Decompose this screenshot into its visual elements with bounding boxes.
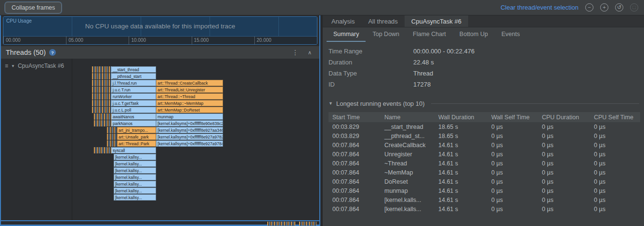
help-icon[interactable]: ? (49, 49, 56, 56)
flame-cell[interactable]: art::ThreadList::Unregister (156, 87, 223, 93)
flame-cell[interactable]: art::Thread::CreateCallback (156, 80, 223, 86)
flame-stripes[interactable] (107, 127, 117, 133)
subtab-top-down[interactable]: Top Down (366, 27, 406, 42)
table-cell: 0 µs (487, 150, 538, 159)
table-cell: 0 µs (590, 177, 640, 186)
flame-cell[interactable]: [kernel.kallsyms]+0xffffff8e927a9784 (156, 140, 223, 147)
flame-cell[interactable]: [kernel.kallsyms]+0xffffff8e927aa346 (156, 127, 223, 133)
flame-stripes[interactable] (92, 107, 111, 113)
flame-cell[interactable]: __start_thread (111, 66, 156, 73)
table-row[interactable]: 00:03.829__pthread_st...18.65 s0 µs0 µs0… (329, 131, 640, 140)
flame-cell[interactable]: art_jni_trampo... (117, 127, 156, 133)
tab-all-threads[interactable]: All threads (361, 15, 404, 27)
tab-cpuasynctask-6[interactable]: CpuAsyncTask #6 (405, 15, 468, 27)
flame-cell[interactable]: [kernel.kallsy... (114, 154, 156, 160)
drag-handle-icon[interactable]: ≡ (5, 63, 8, 69)
column-header-start-time[interactable]: Start Time (329, 112, 381, 122)
flame-cell[interactable]: [kernel.kallsyms]+0xffffff8e927a9782 (156, 134, 223, 140)
flame-cell[interactable]: j.u.c.T.getTask (111, 100, 156, 106)
flame-stripes[interactable] (92, 66, 111, 73)
flame-stripes[interactable] (107, 140, 117, 147)
column-header-name[interactable]: Name (381, 112, 434, 122)
table-cell: 18.65 s (434, 122, 487, 131)
flame-stripes[interactable] (94, 113, 111, 120)
subtab-summary[interactable]: Summary (327, 27, 366, 42)
collapse-section-icon[interactable]: ∧ (305, 50, 315, 56)
kebab-menu-icon[interactable]: ⋮ (289, 49, 302, 56)
cpu-usage-label: CPU Usage (6, 18, 32, 24)
flame-cell[interactable]: [kernel.kallsy... (114, 161, 156, 167)
thread-expand-icon[interactable]: ▼ (11, 64, 15, 68)
next-track-preview[interactable] (267, 222, 295, 226)
flame-cell[interactable]: j.u.c.T.run (111, 87, 156, 93)
table-cell: 14.61 s (434, 195, 487, 204)
zoom-in-icon[interactable]: + (600, 3, 608, 12)
table-row[interactable]: 00:07.864munmap14.61 s0 µs0 µs0 µs (329, 186, 640, 195)
collapse-frames-button[interactable]: Collapse frames (5, 2, 62, 13)
table-cell: 0 µs (538, 204, 590, 213)
flame-cell[interactable]: __pthread_start (111, 73, 156, 79)
flame-cell[interactable]: munmap (156, 113, 223, 120)
flame-cell[interactable]: parkNanos (111, 120, 156, 126)
table-row[interactable]: 00:07.864~MemMap14.61 s0 µs0 µs0 µs (329, 168, 640, 177)
cpu-usage-panel[interactable]: CPU Usage No CPU usage data available fo… (3, 16, 317, 45)
flame-row: art::Unsafe_park[kernel.kallsyms]+0xffff… (72, 134, 319, 140)
flame-cell[interactable]: art::MemMap::~MemMap (156, 100, 223, 106)
flame-cell[interactable]: [kernel.kallsy... (114, 194, 156, 201)
flame-cell[interactable]: art::MemMap::DoReset (156, 107, 223, 113)
flame-stripes[interactable] (107, 134, 117, 140)
flame-row: [kernel.kallsy... (72, 154, 319, 161)
flame-cell[interactable]: [kernel.kallsy... (114, 167, 156, 174)
flame-stripes[interactable] (94, 120, 111, 126)
flame-cell[interactable]: [kernel.kallsy... (114, 174, 156, 180)
table-row[interactable]: 00:07.864CreateCallback14.61 s0 µs0 µs0 … (329, 140, 640, 150)
column-header-cpu-duration[interactable]: CPU Duration (538, 112, 590, 122)
table-row[interactable]: 00:07.864[kernel.kalls...14.61 s0 µs0 µs… (329, 195, 640, 204)
tab-analysis[interactable]: Analysis (325, 15, 361, 27)
flame-stripes[interactable] (92, 80, 111, 86)
reset-zoom-icon[interactable]: ↺ (615, 3, 623, 12)
flame-stripes[interactable] (92, 100, 111, 106)
timeline-ruler[interactable]: 00.00005.00010.00015.00020.000 (3, 36, 317, 44)
flame-stripes[interactable] (92, 93, 111, 100)
cpu-usage-message: No CPU usage data available for this imp… (3, 17, 317, 36)
flame-stripes[interactable] (92, 87, 111, 93)
next-track-preview[interactable] (299, 222, 316, 226)
flame-cell[interactable]: art::Thread::Park (117, 140, 156, 147)
table-row[interactable]: 00:07.864[kernel.kalls...14.61 s0 µs0 µs… (329, 204, 640, 213)
flame-cell[interactable]: awaitNanos (111, 113, 156, 120)
column-header-wall-self-time[interactable]: Wall Self Time (487, 112, 538, 122)
events-section-header[interactable]: ▼ Longest running events (top 10) (323, 99, 644, 108)
column-header-cpu-self-time[interactable]: CPU Self Time (590, 112, 640, 122)
subtab-bottom-up[interactable]: Bottom Up (453, 27, 495, 42)
selected-thread-track[interactable]: ≡ ▼ CpuAsyncTask #6 __start_thread__pthr… (1, 59, 319, 221)
flame-cell[interactable]: [kernel.kallsy... (114, 181, 156, 187)
zoom-out-icon[interactable]: − (585, 3, 593, 12)
table-cell: 00:03.829 (329, 122, 381, 131)
flame-cell[interactable]: art::Unsafe_park (117, 134, 156, 140)
table-row[interactable]: 00:07.864DoReset14.61 s0 µs0 µs0 µs (329, 177, 640, 186)
flame-cell[interactable]: [kernel.kallsy... (114, 188, 156, 194)
table-row[interactable]: 00:03.829__start_thread18.65 s0 µs0 µs0 … (329, 122, 640, 131)
flame-cell[interactable]: syscall (111, 147, 156, 153)
summary-row: ID17278 (323, 79, 644, 90)
flame-cell[interactable]: runWorker (111, 93, 156, 100)
flame-row: [kernel.kallsy... (72, 181, 319, 188)
column-header-wall-duration[interactable]: Wall Duration (434, 112, 487, 122)
thread-label-row[interactable]: ≡ ▼ CpuAsyncTask #6 (1, 63, 72, 69)
table-row[interactable]: 00:07.864~Thread14.61 s0 µs0 µs0 µs (329, 159, 640, 168)
flame-cell[interactable]: [kernel.kallsyms]+0xffffff8e90e839c2 (156, 120, 223, 126)
cpu-usage-track[interactable]: CPU Usage No CPU usage data available fo… (3, 17, 317, 36)
clear-selection-link[interactable]: Clear thread/event selection (500, 4, 578, 11)
summary-label: Data Type (323, 70, 413, 77)
section-collapse-icon[interactable]: ▼ (329, 101, 333, 106)
events-table-body: 00:03.829__start_thread18.65 s0 µs0 µs0 … (329, 122, 640, 213)
flame-stripes[interactable] (94, 147, 111, 153)
flame-stripes[interactable] (92, 73, 111, 79)
subtab-events[interactable]: Events (495, 27, 526, 42)
subtab-flame-chart[interactable]: Flame Chart (406, 27, 453, 42)
flame-cell[interactable]: art::Thread::~Thread (156, 93, 223, 100)
flame-cell[interactable]: j.l.Thread.run (111, 80, 156, 86)
flame-cell[interactable]: j.u.c.L.poll (111, 107, 156, 113)
table-row[interactable]: 00:07.864Unregister14.61 s0 µs0 µs0 µs (329, 150, 640, 159)
